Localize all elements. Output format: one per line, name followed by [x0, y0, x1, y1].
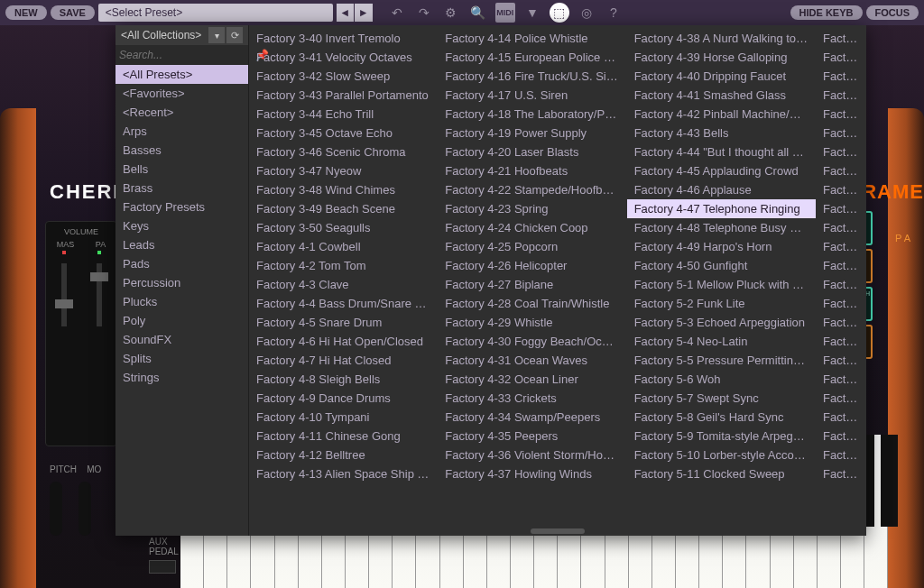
mod-wheel[interactable] [79, 482, 91, 536]
preset-item[interactable]: Factory 3-41 Velocity Octaves [249, 48, 438, 67]
preset-item[interactable]: Factory 5 [816, 180, 866, 199]
midi-icon[interactable]: MIDI [495, 3, 515, 23]
preset-item[interactable]: Factory 5 [816, 464, 866, 483]
save-button[interactable]: SAVE [51, 5, 95, 20]
preset-select[interactable]: <Select Preset> [98, 4, 333, 22]
preset-item[interactable]: Factory 4-12 Belltree [249, 446, 438, 464]
preset-item[interactable]: Factory 4-49 Harpo's Horn [627, 237, 816, 256]
preset-item[interactable]: Factory 4-26 Helicopter [438, 256, 626, 275]
preset-item[interactable]: Factory 4-15 European Police Siren [438, 48, 626, 67]
alert-icon[interactable]: ▼ [522, 3, 542, 23]
chevron-down-icon[interactable]: ▾ [208, 27, 225, 43]
category-item[interactable]: Percussion [116, 273, 248, 292]
category-item[interactable]: <Favorites> [116, 84, 248, 103]
preset-item[interactable]: Factory 4-13 Alien Space Ship Taki... [249, 464, 438, 483]
preset-item[interactable]: Factory 4-48 Telephone Busy Signal [627, 218, 816, 237]
category-item[interactable]: Keys [116, 216, 248, 235]
category-item[interactable]: <All Presets> [116, 65, 248, 84]
preset-next-button[interactable]: ► [355, 4, 373, 22]
preset-item[interactable]: Factory 5-5 Pressure Permitting Pe... [627, 351, 816, 370]
preset-item[interactable]: Factory 5 [816, 446, 866, 464]
preset-item[interactable]: Factory 4-36 Violent Storm/Howling... [438, 446, 626, 464]
preset-item[interactable]: Factory 5 [816, 332, 866, 351]
preset-item[interactable]: Factory 5 [816, 294, 866, 313]
undo-icon[interactable]: ↶ [387, 3, 407, 23]
target-icon[interactable]: ◎ [577, 3, 596, 23]
category-item[interactable]: Poly [116, 311, 248, 330]
preset-item[interactable]: Factory 4-32 Ocean Liner [438, 370, 626, 389]
preset-item[interactable]: Factory 4-43 Bells [627, 124, 816, 142]
preset-item[interactable]: Factory 5 [816, 48, 866, 67]
preset-item[interactable]: Factory 4-22 Stampede/Hoofbeats [438, 180, 626, 199]
gear-icon[interactable]: ⚙ [441, 3, 461, 23]
preset-item[interactable]: Factory 4-28 Coal Train/Whistle [438, 294, 626, 313]
preset-item[interactable]: Factory 5 [816, 142, 866, 161]
preset-item[interactable]: Factory 3-43 Parallel Portamento [249, 86, 438, 105]
category-item[interactable]: Brass [116, 179, 248, 198]
preset-item[interactable]: Factory 4-29 Whistle [438, 313, 626, 332]
preset-item[interactable]: Factory 5 [816, 105, 866, 124]
preset-item[interactable]: Factory 3-44 Echo Trill [249, 105, 438, 124]
slider-pan[interactable] [97, 263, 102, 326]
preset-item[interactable]: Factory 4-50 Gunfight [627, 256, 816, 275]
preset-item[interactable]: Factory 4-46 Applause [627, 180, 816, 199]
preset-item[interactable]: Factory 4-35 Peepers [438, 427, 626, 446]
preset-item[interactable]: Factory 5 [816, 313, 866, 332]
preset-item[interactable]: Factory 3-48 Wind Chimes [249, 180, 438, 199]
preset-item[interactable]: Factory 4-45 Applauding Crowd [627, 161, 816, 180]
category-item[interactable]: Plucks [116, 292, 248, 311]
preset-item[interactable]: Factory 5 [816, 124, 866, 142]
category-item[interactable]: Arps [116, 122, 248, 141]
search-input[interactable] [119, 49, 255, 61]
preset-item[interactable]: Factory 4-30 Foggy Beach/Ocean ... [438, 332, 626, 351]
preset-item[interactable]: Factory 5-11 Clocked Sweep [627, 464, 816, 483]
collections-selector[interactable]: <All Collections> ▾ ⟳ [116, 25, 248, 45]
preset-item[interactable]: Factory 3-42 Slow Sweep [249, 67, 438, 86]
preset-item[interactable]: Factory 3-47 Nyeow [249, 161, 438, 180]
preset-item[interactable]: Factory 5 [816, 351, 866, 370]
focus-button[interactable]: FOCUS [866, 5, 919, 20]
preset-item[interactable]: Factory 4-18 The Laboratory/Powe... [438, 105, 626, 124]
category-item[interactable]: Leads [116, 235, 248, 254]
preset-item[interactable]: Factory 4-31 Ocean Waves [438, 351, 626, 370]
preset-item[interactable]: Factory 5 [816, 29, 866, 48]
preset-item[interactable]: Factory 5-4 Neo-Latin [627, 332, 816, 351]
new-button[interactable]: NEW [5, 5, 47, 20]
preset-item[interactable]: Factory 4-38 A Nurd Walking to the... [627, 29, 816, 48]
preset-item[interactable]: Factory 4-9 Dance Drums [249, 389, 438, 408]
preset-item[interactable]: Factory 4-14 Police Whistle [438, 29, 626, 48]
horizontal-scrollbar[interactable] [531, 528, 585, 534]
tuning-icon[interactable]: ⬚ [550, 3, 569, 23]
category-item[interactable]: <Recent> [116, 103, 248, 122]
preset-item[interactable]: Factory 4-19 Power Supply [438, 124, 626, 142]
preset-item[interactable]: Factory 4-23 Spring [438, 199, 626, 218]
preset-item[interactable]: Factory 4-20 Laser Blasts [438, 142, 626, 161]
preset-item[interactable]: Factory 4-10 Tympani [249, 408, 438, 427]
category-item[interactable]: Pads [116, 254, 248, 273]
preset-item[interactable]: Factory 4-4 Bass Drum/Snare Drum [249, 294, 438, 313]
preset-item[interactable]: Factory 5 [816, 161, 866, 180]
category-item[interactable]: Factory Presets [116, 198, 248, 216]
category-item[interactable]: Splits [116, 349, 248, 368]
preset-item[interactable]: Factory 5 [816, 237, 866, 256]
preset-item[interactable]: Factory 4-7 Hi Hat Closed [249, 351, 438, 370]
zoom-icon[interactable]: 🔍 [468, 3, 488, 23]
preset-item[interactable]: Factory 3-40 Invert Tremolo [249, 29, 438, 48]
preset-item[interactable]: Factory 4-6 Hi Hat Open/Closed [249, 332, 438, 351]
preset-item[interactable]: Factory 3-50 Seagulls [249, 218, 438, 237]
hide-keyb-button[interactable]: HIDE KEYB [790, 5, 863, 20]
preset-item[interactable]: Factory 4-44 "But I thought all witch... [627, 142, 816, 161]
preset-item[interactable]: Factory 5-6 Woh [627, 370, 816, 389]
aux-pedal-knob[interactable] [149, 560, 176, 574]
refresh-icon[interactable]: ⟳ [226, 27, 243, 43]
black-key[interactable] [881, 435, 899, 527]
preset-item[interactable]: Factory 4-8 Sleigh Bells [249, 370, 438, 389]
preset-item[interactable]: Factory 3-46 Scenic Chroma [249, 142, 438, 161]
preset-item[interactable]: Factory 4-11 Chinese Gong [249, 427, 438, 446]
preset-item[interactable]: Factory 4-21 Hoofbeats [438, 161, 626, 180]
preset-item[interactable]: Factory 4-16 Fire Truck/U.S. Siren [438, 67, 626, 86]
preset-item[interactable]: Factory 4-40 Dripping Faucet [627, 67, 816, 86]
preset-item[interactable]: Factory 5 [816, 408, 866, 427]
preset-item[interactable]: Factory 5 [816, 370, 866, 389]
preset-item[interactable]: Factory 4-2 Tom Tom [249, 256, 438, 275]
